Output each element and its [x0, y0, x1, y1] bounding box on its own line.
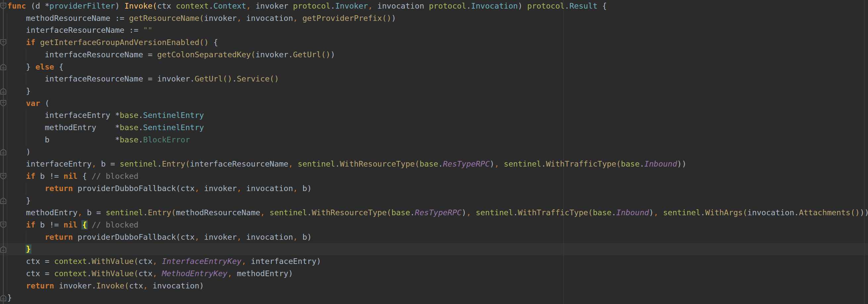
- token-def: [658, 208, 663, 217]
- token-cm: ,: [153, 256, 157, 266]
- code-line[interactable]: var (: [7, 97, 868, 110]
- token-def: [293, 159, 298, 169]
- token-cm: ,: [237, 184, 241, 193]
- token-def: .: [701, 208, 705, 217]
- code-line[interactable]: }: [7, 195, 868, 207]
- token-def: invocation.: [747, 208, 799, 217]
- token-kw: return: [45, 184, 73, 193]
- code-line[interactable]: ctx = context.WithValue(ctx, MethodEntry…: [7, 268, 868, 280]
- code-line[interactable]: interfaceResourceName = getColonSeparate…: [7, 49, 868, 61]
- token-fn: GetUrl(): [293, 50, 330, 59]
- token-def: .: [307, 208, 312, 217]
- code-line[interactable]: func (d *providerFilter) Invoke(ctx cont…: [7, 0, 868, 12]
- token-pkg: protocol: [429, 1, 466, 10]
- code-area[interactable]: func (d *providerFilter) Invoke(ctx cont…: [7, 0, 868, 304]
- token-cm: ,: [246, 1, 251, 10]
- code-line[interactable]: interfaceEntry, b = sentinel.Entry(inter…: [7, 158, 868, 170]
- token-kw: if: [26, 172, 35, 181]
- code-line[interactable]: b *base.BlockError: [7, 134, 868, 146]
- token-def: invoker: [251, 1, 293, 10]
- token-pkg: base: [593, 208, 612, 217]
- code-line[interactable]: interfaceEntry *base.SentinelEntry: [7, 109, 868, 122]
- token-fn: WithResourceType(: [312, 208, 392, 217]
- fold-connector-line: [3, 0, 4, 304]
- token-def: [7, 184, 45, 193]
- token-pkg: sentinel: [270, 208, 307, 217]
- token-def: ): [518, 1, 527, 10]
- token-def: .: [513, 208, 518, 217]
- token-pkg: context: [54, 269, 87, 278]
- token-typ: Invoker: [335, 1, 368, 10]
- token-def: .: [232, 74, 237, 84]
- code-line[interactable]: return invoker.Invoke(ctx, invocation): [7, 280, 868, 292]
- token-pkg: base: [120, 111, 139, 120]
- token-def: methodEntry: [7, 208, 78, 217]
- token-kw: return: [45, 233, 73, 242]
- token-def: }: [7, 62, 35, 71]
- token-cm: ,: [227, 269, 232, 278]
- token-def: {: [209, 38, 218, 47]
- code-line[interactable]: methodResourceName := getResourceName(in…: [7, 12, 868, 25]
- token-fn: getColonSeparatedKey(: [157, 50, 255, 59]
- token-def: interfaceResourceName =: [7, 50, 157, 59]
- token-def: ctx =: [7, 269, 54, 278]
- token-def: .: [138, 135, 143, 144]
- token-cst: ResTypeRPC: [415, 208, 462, 217]
- token-cm: ,: [288, 159, 293, 169]
- token-def: ): [490, 159, 494, 169]
- token-kw: func: [7, 1, 26, 10]
- token-cm: ,: [143, 281, 148, 291]
- token-fn: Attachments(): [799, 208, 860, 217]
- token-pkg: protocol: [527, 1, 565, 10]
- token-def: invoker: [204, 13, 237, 23]
- token-cm: ,: [260, 208, 265, 217]
- token-def: [265, 208, 270, 217]
- token-def: .: [209, 1, 213, 10]
- code-line[interactable]: if getInterfaceGroupAndVersionEnabled() …: [7, 36, 868, 49]
- token-cm: ,: [654, 208, 658, 217]
- token-def: [7, 220, 26, 230]
- token-def: providerDubboFallback(ctx: [73, 184, 195, 193]
- token-pkg: sentinel: [504, 159, 541, 169]
- code-line[interactable]: ctx = context.WithValue(ctx, InterfaceEn…: [7, 255, 868, 268]
- code-line[interactable]: }: [7, 85, 868, 97]
- token-cm: ,: [153, 269, 157, 278]
- code-line[interactable]: }: [7, 292, 868, 304]
- token-cst: InterfaceEntryKey: [162, 256, 242, 266]
- code-line[interactable]: } else {: [7, 61, 868, 73]
- token-fn: WithValue(: [92, 256, 138, 266]
- code-line[interactable]: interfaceResourceName := "": [7, 24, 868, 36]
- token-fn: WithArgs(: [705, 208, 747, 217]
- code-line[interactable]: interfaceResourceName = invoker.GetUrl()…: [7, 73, 868, 85]
- code-line[interactable]: return providerDubboFallback(ctx, invoke…: [7, 182, 868, 195]
- code-line[interactable]: }: [7, 243, 868, 255]
- token-def: b !=: [35, 172, 64, 181]
- token-typ: SentinelEntry: [143, 123, 204, 132]
- token-def: [7, 38, 26, 47]
- token-def: ): [115, 1, 124, 10]
- token-str: "": [143, 26, 152, 35]
- token-fn: getInterfaceGroupAndVersionEnabled(): [40, 38, 209, 47]
- token-def: .: [330, 1, 335, 10]
- token-def: interfaceEntry *: [7, 111, 120, 120]
- token-fn: Entry(: [148, 208, 176, 217]
- code-line[interactable]: if b != nil { // blocked: [7, 170, 868, 182]
- token-fn: Invoke(: [96, 281, 129, 291]
- token-def: {: [78, 172, 91, 181]
- token-typ: Invocation: [471, 1, 518, 10]
- code-line[interactable]: return providerDubboFallback(ctx, invoke…: [7, 231, 868, 243]
- token-fn: Service(): [237, 74, 279, 84]
- token-fn: WithTrafficType(: [546, 159, 621, 169]
- code-line[interactable]: if b != nil { // blocked: [7, 219, 868, 231]
- token-def: .: [138, 123, 143, 132]
- token-def: ): [649, 208, 653, 217]
- code-line[interactable]: ): [7, 146, 868, 158]
- token-cm: ,: [368, 1, 373, 10]
- token-fn: Entry(: [162, 159, 190, 169]
- token-def: .: [640, 159, 644, 169]
- code-line[interactable]: methodEntry *base.SentinelEntry: [7, 122, 868, 134]
- code-line[interactable]: methodEntry, b = sentinel.Entry(methodRe…: [7, 207, 868, 219]
- token-def: invoker.: [255, 50, 293, 59]
- token-fn: getResourceName(: [129, 13, 204, 23]
- token-com: // blocked: [92, 220, 138, 230]
